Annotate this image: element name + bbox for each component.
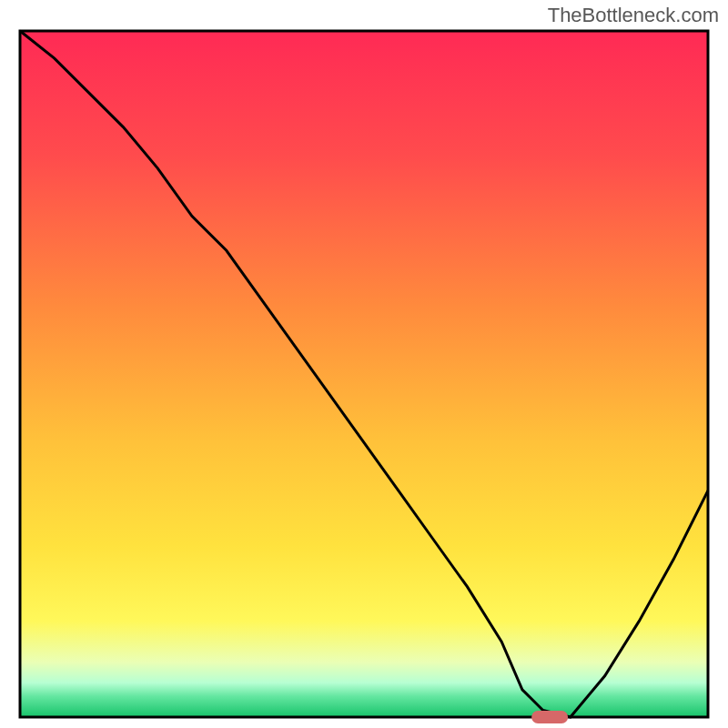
chart-container: { "watermark": "TheBottleneck.com", "cha…: [0, 0, 728, 728]
plot-background: [20, 31, 708, 717]
bottleneck-chart: [0, 0, 728, 728]
optimal-marker: [531, 711, 568, 723]
watermark-text: TheBottleneck.com: [548, 4, 719, 27]
